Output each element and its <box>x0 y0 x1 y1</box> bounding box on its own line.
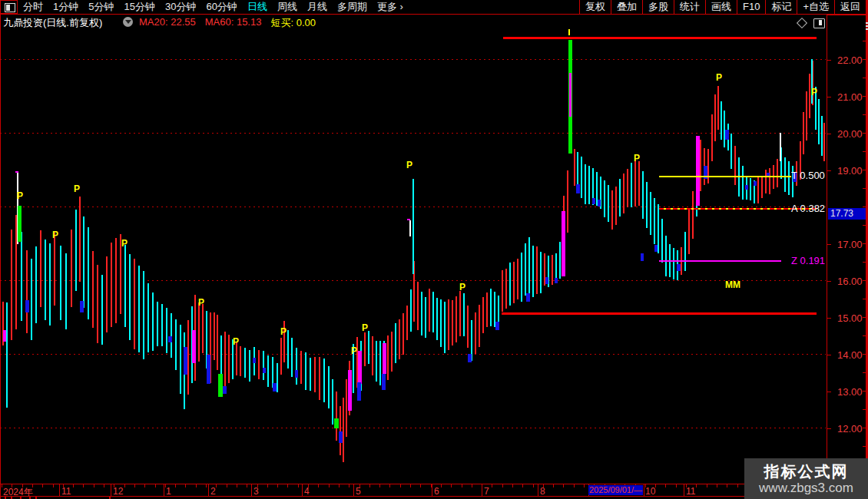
blue-candle-body <box>80 301 84 312</box>
candle-bar <box>459 291 461 336</box>
blue-candle-body <box>576 184 580 193</box>
candle-bar <box>436 298 438 340</box>
price-axis-tick <box>827 281 831 282</box>
trend-line[interactable] <box>502 312 817 315</box>
half-step-tick <box>863 170 866 170</box>
menu-item-分时[interactable]: 分时 <box>23 0 43 14</box>
candle-bar <box>277 363 278 392</box>
candle-bar <box>83 216 84 308</box>
trend-line[interactable] <box>503 37 817 39</box>
candle-bar <box>661 219 663 263</box>
half-step-tick <box>863 335 866 336</box>
candle-bar <box>444 302 446 353</box>
menu-item-多周期[interactable]: 多周期 <box>337 0 367 14</box>
price-axis-tick <box>827 244 831 245</box>
blue-candle-body <box>495 322 499 330</box>
candle-bar <box>300 351 302 384</box>
candle-bar <box>692 191 694 239</box>
magenta-candle-body <box>562 211 565 276</box>
blue-candle-body <box>295 370 298 378</box>
toolbar-item-多股[interactable]: 多股 <box>642 0 674 14</box>
month-separator <box>482 484 482 496</box>
white-candle <box>409 220 411 236</box>
blue-candle-body <box>598 200 601 207</box>
candle-bar <box>332 379 333 425</box>
candle-bar <box>517 259 518 299</box>
peak-marker: P <box>716 72 722 83</box>
candle-bar <box>429 289 430 332</box>
toolbar-item-F10[interactable]: F10 <box>737 0 765 14</box>
half-step-tick <box>863 262 866 263</box>
menu-item-月线[interactable]: 月线 <box>307 0 327 14</box>
candle-bar <box>482 297 484 333</box>
toolbar-item-+自选[interactable]: +自选 <box>797 0 834 14</box>
menu-item-1分钟[interactable]: 1分钟 <box>53 0 78 14</box>
menu-item-更多 ›[interactable]: 更多 › <box>377 0 403 14</box>
candle-bar <box>310 358 311 391</box>
candle-bar <box>608 185 609 222</box>
candle-bar <box>291 338 293 377</box>
week-tick <box>410 484 411 487</box>
candle-bar <box>611 190 613 230</box>
week-tick <box>206 484 207 487</box>
half-step-tick <box>863 151 866 152</box>
menu-item-15分钟[interactable]: 15分钟 <box>124 0 154 14</box>
menu-item-日线[interactable]: 日线 <box>247 0 267 14</box>
candle-bar <box>187 320 189 395</box>
time-axis-label: 7 <box>484 486 489 497</box>
menu-item-30分钟[interactable]: 30分钟 <box>165 0 196 14</box>
menu-item-周线[interactable]: 周线 <box>277 0 297 14</box>
candle-bar <box>552 255 553 285</box>
split-pane-icon[interactable] <box>813 18 825 28</box>
fib-line[interactable] <box>659 260 781 262</box>
price-axis-tick <box>827 170 831 171</box>
toolbar-item-统计[interactable]: 统计 <box>674 0 705 14</box>
week-tick <box>462 484 462 487</box>
candle-bar <box>521 253 522 302</box>
candle-bar <box>707 149 709 183</box>
candle-bar <box>175 319 177 370</box>
toolbar-item-画线[interactable]: 画线 <box>705 0 737 14</box>
candle-bar <box>75 210 77 291</box>
candle-bar <box>536 246 538 294</box>
candle-bar <box>328 366 330 408</box>
week-tick <box>379 484 380 487</box>
candle-bar <box>784 157 786 192</box>
toolbar-item-复权[interactable]: 复权 <box>579 0 611 14</box>
week-tick <box>472 484 472 487</box>
month-separator <box>59 484 60 496</box>
fib-line[interactable] <box>659 176 791 177</box>
chevron-down-circle-icon[interactable] <box>123 17 133 27</box>
candle-bar <box>463 293 465 336</box>
toolbar-item-标记[interactable]: 标记 <box>765 0 797 14</box>
gridline <box>0 428 826 428</box>
toolbar-item-返回[interactable]: 返回 <box>834 0 866 14</box>
candle-bar <box>340 406 341 455</box>
watermark: 指标公式网 www.zbgs3.com <box>744 458 868 499</box>
price-axis-label: 19.00 <box>837 165 863 177</box>
candle-bar <box>129 254 131 340</box>
peak-marker: P <box>459 282 465 292</box>
candle-bar <box>387 335 389 380</box>
candle-bar <box>823 123 825 161</box>
menu-item-5分钟[interactable]: 5分钟 <box>88 0 114 14</box>
candle-bar <box>111 243 112 327</box>
peak-marker: P <box>233 336 239 347</box>
price-axis-label: 14.00 <box>837 349 863 361</box>
candle-bar <box>425 297 426 338</box>
window-layout-icon[interactable] <box>0 0 18 14</box>
toolbar-item-叠加[interactable]: 叠加 <box>611 0 642 14</box>
candle-bar <box>399 319 400 359</box>
candle-bar <box>249 350 250 382</box>
week-tick <box>522 484 523 487</box>
candle-bar <box>21 232 22 321</box>
candle-bar <box>567 170 568 233</box>
week-tick <box>73 484 74 487</box>
menu-item-60分钟[interactable]: 60分钟 <box>206 0 237 14</box>
half-step-tick <box>863 354 866 355</box>
candlestick-chart[interactable]: T 0.500A 0.382Z 0.191MMPPPPPPPPPPPPPP <box>0 28 826 484</box>
candle-bar <box>619 179 621 216</box>
candle-bar <box>134 259 135 349</box>
green-candle-body <box>334 418 339 428</box>
month-separator <box>353 484 354 496</box>
